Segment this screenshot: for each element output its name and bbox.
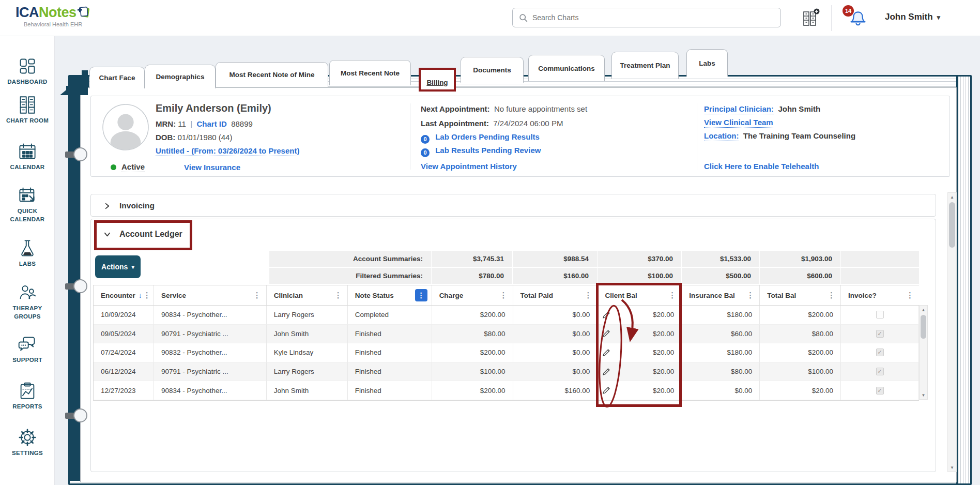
- tab-labs[interactable]: Labs: [686, 49, 728, 77]
- col-client-bal[interactable]: Client Bal⋮: [598, 285, 682, 305]
- panel-scrollbar[interactable]: ▲ ▼: [947, 192, 957, 472]
- actions-button[interactable]: Actions ▾: [95, 255, 141, 278]
- stacked-pages-right: [958, 77, 970, 483]
- sidebar-item-support[interactable]: SUPPORT: [0, 335, 55, 365]
- col-total-paid[interactable]: Total Paid⋮: [513, 285, 598, 305]
- logo-tagline: Behavioral Health EHR: [16, 21, 92, 27]
- sidebar-item-dashboard[interactable]: DASHBOARD: [0, 57, 55, 86]
- scroll-down-icon[interactable]: ▼: [920, 391, 927, 399]
- col-note-status[interactable]: Note Status⋮: [348, 285, 432, 305]
- invoice-checkbox[interactable]: [876, 311, 884, 319]
- account-ledger-header[interactable]: Account Ledger: [91, 219, 936, 249]
- tab-most-recent-note-of-mine[interactable]: Most Recent Note of Mine: [216, 62, 328, 87]
- ledger-row[interactable]: 06/12/2024 90791 - Psychiatric ... Larry…: [94, 362, 919, 382]
- column-menu-icon[interactable]: ⋮: [745, 291, 755, 300]
- search-input[interactable]: [532, 13, 774, 22]
- edit-pencil-icon[interactable]: [603, 330, 610, 337]
- sidebar-item-quick-calendar[interactable]: QUICK CALENDAR: [0, 186, 55, 223]
- tab-documents[interactable]: Documents: [461, 57, 524, 83]
- tab-most-recent-note[interactable]: Most Recent Note: [329, 60, 411, 85]
- col-invoice[interactable]: Invoice?⋮: [841, 285, 919, 305]
- invoice-checkbox[interactable]: ✓: [876, 330, 884, 338]
- col-service[interactable]: Service⋮: [154, 285, 267, 305]
- column-menu-filtered-icon[interactable]: ⋮: [415, 289, 427, 301]
- notifications-bell[interactable]: 14: [847, 6, 870, 30]
- ledger-row[interactable]: 10/09/2024 90834 - Psychother... Larry R…: [94, 306, 919, 325]
- edit-pencil-icon[interactable]: [603, 368, 610, 375]
- column-menu-icon[interactable]: ⋮: [583, 291, 593, 300]
- invoice-checkbox[interactable]: ✓: [876, 387, 884, 395]
- table-scrollbar[interactable]: ▲ ▼: [919, 305, 928, 400]
- invoice-checkbox[interactable]: ✓: [876, 348, 884, 356]
- app-logo: ICANotes Behavioral Health EHR: [16, 5, 92, 27]
- column-menu-icon[interactable]: ⋮: [142, 291, 152, 300]
- column-menu-icon[interactable]: ⋮: [667, 291, 677, 300]
- logo-document-icon: [76, 5, 92, 20]
- column-menu-icon[interactable]: ⋮: [252, 291, 262, 300]
- search-charts-box[interactable]: [512, 8, 781, 27]
- chart-id-link[interactable]: Chart ID: [197, 119, 227, 129]
- column-menu-icon[interactable]: ⋮: [905, 291, 915, 300]
- next-appointment-line: Next Appointment: No future appointments…: [421, 104, 587, 113]
- sort-desc-icon: ↓: [139, 291, 142, 299]
- column-menu-icon[interactable]: ⋮: [826, 291, 836, 300]
- patient-status[interactable]: Active View Insurance: [111, 162, 240, 172]
- col-encounter[interactable]: Encounter↓⋮: [94, 285, 154, 305]
- edit-pencil-icon[interactable]: [603, 311, 610, 319]
- last-appointment-line: Last Appointment: 7/24/2024 06:00 PM: [421, 119, 563, 128]
- tab-demographics[interactable]: Demographics: [145, 65, 216, 88]
- col-charge[interactable]: Charge⋮: [432, 285, 513, 305]
- episode-link[interactable]: Untitled - (From: 03/26/2024 to Present): [156, 146, 299, 156]
- principal-clinician-line: Principal Clinician: John Smith: [704, 104, 820, 113]
- sidebar-item-reports[interactable]: REPORTS: [0, 382, 55, 411]
- notification-badge: 14: [843, 5, 854, 17]
- client-bal-cell: $20.00: [598, 362, 682, 382]
- ledger-row[interactable]: 09/05/2024 90791 - Psychiatric ... John …: [94, 325, 919, 344]
- status-label[interactable]: Active: [121, 162, 145, 172]
- tab-chart-face[interactable]: Chart Face: [89, 67, 145, 88]
- ledger-row[interactable]: 07/24/2024 90832 - Psychother... Kyle Li…: [94, 343, 919, 362]
- col-total-bal[interactable]: Total Bal⋮: [760, 285, 841, 305]
- view-insurance-link[interactable]: View Insurance: [184, 163, 240, 172]
- edit-pencil-icon[interactable]: [603, 349, 610, 356]
- column-menu-icon[interactable]: ⋮: [333, 291, 343, 300]
- col-insurance-bal[interactable]: Insurance Bal⋮: [682, 285, 760, 305]
- tab-communications[interactable]: Communications: [528, 55, 605, 81]
- lab-orders-count-badge: 0: [421, 135, 430, 144]
- view-clinical-team[interactable]: View Clinical Team: [704, 118, 773, 127]
- lab-orders-link[interactable]: Lab Orders Pending Results: [435, 132, 540, 141]
- patient-header-card: Emily Anderson (Emily) MRN: 11 | Chart I…: [90, 96, 950, 177]
- sidebar-item-labs[interactable]: LABS: [0, 239, 55, 268]
- gear-icon: [18, 428, 37, 447]
- sidebar-item-therapy-groups[interactable]: THERAPY GROUPS: [0, 283, 55, 321]
- principal-clinician-link[interactable]: Principal Clinician:: [704, 104, 774, 114]
- card-divider: [697, 103, 697, 170]
- lab-results-link[interactable]: Lab Results Pending Review: [435, 146, 541, 155]
- search-icon: [519, 13, 528, 22]
- tab-billing[interactable]: Billing: [426, 79, 448, 86]
- lab-results-line[interactable]: 0 Lab Results Pending Review: [421, 146, 541, 157]
- invoicing-section[interactable]: Invoicing: [90, 194, 936, 217]
- logo-text: ICANotes: [16, 5, 76, 21]
- new-chart-icon[interactable]: [800, 8, 821, 28]
- enable-telehealth-link[interactable]: Click Here to Enable Telehealth: [704, 162, 819, 171]
- invoice-checkbox[interactable]: ✓: [876, 368, 884, 375]
- user-menu[interactable]: John Smith ▾: [885, 12, 940, 22]
- col-clinician[interactable]: Clinician⋮: [267, 285, 348, 305]
- account-summaries-label: Account Summaries:: [269, 251, 432, 267]
- tab-treatment-plan[interactable]: Treatment Plan: [611, 52, 679, 79]
- sidebar-item-chart-room[interactable]: CHART ROOM: [0, 96, 55, 125]
- scroll-down-icon[interactable]: ▼: [948, 463, 956, 472]
- chevron-down-icon: ▾: [131, 264, 134, 270]
- ledger-row[interactable]: 12/27/2023 90834 - Psychother... John Sm…: [94, 381, 919, 400]
- edit-pencil-icon[interactable]: [603, 387, 610, 394]
- column-menu-icon[interactable]: ⋮: [499, 291, 509, 300]
- location-link[interactable]: Location:: [704, 131, 739, 141]
- view-appointment-history[interactable]: View Appointment History: [421, 162, 517, 171]
- tab-billing-annotation[interactable]: Billing: [419, 68, 456, 92]
- lab-orders-line[interactable]: 0 Lab Orders Pending Results: [421, 132, 540, 144]
- scroll-up-icon[interactable]: ▲: [920, 306, 927, 314]
- sidebar-item-calendar[interactable]: CALENDAR: [0, 142, 55, 172]
- sidebar-item-settings[interactable]: SETTINGS: [0, 428, 55, 458]
- scroll-up-icon[interactable]: ▲: [948, 193, 956, 201]
